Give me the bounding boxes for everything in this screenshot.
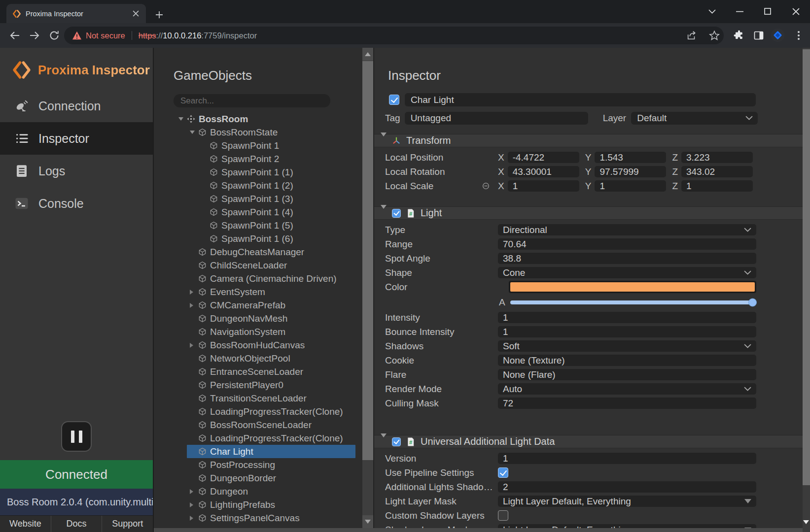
window-maximize-icon[interactable] [761,4,775,18]
collapse-arrow-icon[interactable] [381,136,387,145]
vector-input-y[interactable]: 1.543 [595,152,666,163]
tree-item-bossroom[interactable]: BossRoom [176,112,355,126]
profile-avatar[interactable] [771,28,785,42]
forward-icon[interactable] [29,30,41,42]
component-header[interactable]: #Universal Additional Light Data [374,435,803,448]
search-input[interactable] [174,94,330,107]
value-input[interactable]: None (Texture) [498,355,756,366]
vector-input-x[interactable]: 43.30001 [508,166,579,177]
vector-input-z[interactable]: 3.223 [681,152,753,163]
tree-item-bossroomsceneloader[interactable]: BossRoomSceneLoader [187,418,355,432]
kebab-menu-icon[interactable] [793,30,805,41]
sidebar-item-connection[interactable]: Connection [0,90,153,122]
bookmark-star-icon[interactable] [709,30,720,41]
docs-link[interactable]: Docs [51,516,102,532]
tag-field[interactable]: Untagged [405,112,588,125]
tree-item-spawnpoint-1-5[interactable]: SpawnPoint 1 (5) [198,219,355,232]
tree-item-spawnpoint-1-3[interactable]: SpawnPoint 1 (3) [198,192,355,205]
object-enabled-checkbox[interactable] [389,95,399,105]
collapse-arrow-icon[interactable] [381,437,387,446]
component-enabled-checkbox[interactable] [392,209,401,218]
value-select[interactable]: Soft [498,340,756,352]
tree-item-spawnpoint-1-2[interactable]: SpawnPoint 1 (2) [198,179,355,192]
sidebar-item-inspector[interactable]: Inspector [0,122,153,155]
tree-item-char-light[interactable]: Char Light [187,445,355,458]
tree-item-dungeonborder[interactable]: DungeonBorder [187,471,355,485]
share-icon[interactable] [686,30,697,41]
property-checkbox[interactable] [498,467,508,478]
value-select[interactable]: Cone [498,267,756,278]
value-input[interactable]: 1 [498,453,756,464]
pause-button[interactable] [61,421,92,452]
tree-item-navigationsystem[interactable]: NavigationSystem [187,325,355,338]
value-input[interactable]: 1 [498,312,756,323]
tree-item-transitionsceneloader[interactable]: TransitionSceneLoader [187,392,355,405]
vector-input-z[interactable]: 1 [681,180,753,192]
color-swatch[interactable] [509,281,756,293]
website-link[interactable]: Website [0,516,51,532]
tree-item-bossroomstate[interactable]: BossRoomState [187,126,355,139]
layer-select[interactable]: Default [631,112,758,125]
horizontal-scrollbar[interactable] [154,528,803,532]
value-select[interactable]: Auto [498,383,756,395]
value-input[interactable]: 72 [498,398,756,409]
scroll-down-icon[interactable] [362,515,373,528]
tab-close-icon[interactable] [131,9,140,18]
tree-item-spawnpoint-1-6[interactable]: SpawnPoint 1 (6) [198,232,355,245]
tree-item-settingspanelcanvas[interactable]: SettingsPanelCanvas [187,511,355,525]
value-input[interactable]: 70.64 [498,238,756,250]
page-scrollbar-thumb[interactable] [803,49,810,485]
tree-scrollbar-thumb[interactable] [362,61,373,460]
mask-select[interactable]: Light Layer Default, Everything [498,496,756,507]
alpha-slider[interactable] [510,300,756,304]
tree-item-cmcameraprefab[interactable]: CMCameraPrefab [187,299,355,312]
window-chevron-icon[interactable] [705,4,719,18]
slider-handle-icon[interactable] [748,298,757,306]
expand-arrow-icon[interactable] [190,516,198,521]
value-input[interactable]: 38.8 [498,253,756,264]
address-bar[interactable]: Not secure https :// 10.0.0.216 :7759/in… [64,27,724,44]
expand-arrow-icon[interactable] [190,303,198,308]
vector-input-x[interactable]: 1 [508,180,579,192]
component-enabled-checkbox[interactable] [392,437,401,446]
vector-input-x[interactable]: -4.4722 [508,152,579,163]
new-tab-button[interactable] [153,8,166,21]
tree-item-persistentplayer0[interactable]: PersistentPlayer0 [187,378,355,392]
expand-arrow-icon[interactable] [190,489,198,494]
back-icon[interactable] [9,30,22,42]
tree-item-networkobjectpool[interactable]: NetworkObjectPool [187,352,355,365]
vector-input-y[interactable]: 1 [595,180,666,192]
tree-item-dungeon[interactable]: Dungeon [187,485,355,498]
collapse-arrow-icon[interactable] [381,209,387,218]
property-checkbox[interactable] [498,510,508,521]
extensions-puzzle-icon[interactable] [733,30,745,41]
sidebar-item-console[interactable]: Console [0,187,153,220]
vector-input-y[interactable]: 97.57999 [595,166,666,177]
tree-item-bossroomhudcanvas[interactable]: BossRoomHudCanvas [187,338,355,352]
tree-scrollbar[interactable] [362,48,373,528]
sidebar-item-logs[interactable]: Logs [0,155,153,187]
window-close-icon[interactable] [789,4,803,18]
value-input[interactable]: None (Flare) [498,369,756,380]
link-icon[interactable] [482,182,490,190]
tree-item-debugcheatsmanager[interactable]: DebugCheatsManager [187,245,355,259]
tree-item-spawnpoint-2[interactable]: SpawnPoint 2 [198,152,355,166]
value-input[interactable]: 2 [498,481,756,493]
tree-item-spawnpoint-1-4[interactable]: SpawnPoint 1 (4) [198,205,355,219]
page-scrollbar[interactable] [803,48,810,532]
tree-item-eventsystem[interactable]: EventSystem [187,285,355,299]
component-header[interactable]: #Light [374,206,803,220]
collapse-arrow-icon[interactable] [178,117,187,121]
collapse-arrow-icon[interactable] [190,131,198,134]
tree-item-entrancesceneloader[interactable]: EntranceSceneLoader [187,365,355,378]
side-panel-icon[interactable] [753,30,765,41]
tree-item-lightingprefabs[interactable]: LightingPrefabs [187,498,355,511]
tree-item-spawnpoint-1[interactable]: SpawnPoint 1 [198,139,355,152]
browser-tab[interactable]: Proxima Inspector [6,4,146,23]
tree-item-loadingprogresstracker-clone[interactable]: LoadingProgressTracker(Clone) [187,405,355,418]
tree-item-camera-cinemachine-driven[interactable]: Camera (Cinemachine Driven) [187,272,355,285]
window-minimize-icon[interactable] [733,4,746,18]
vector-input-z[interactable]: 343.02 [681,166,753,177]
value-select[interactable]: Directional [498,224,756,235]
tree-item-postprocessing[interactable]: PostProcessing [187,458,355,471]
